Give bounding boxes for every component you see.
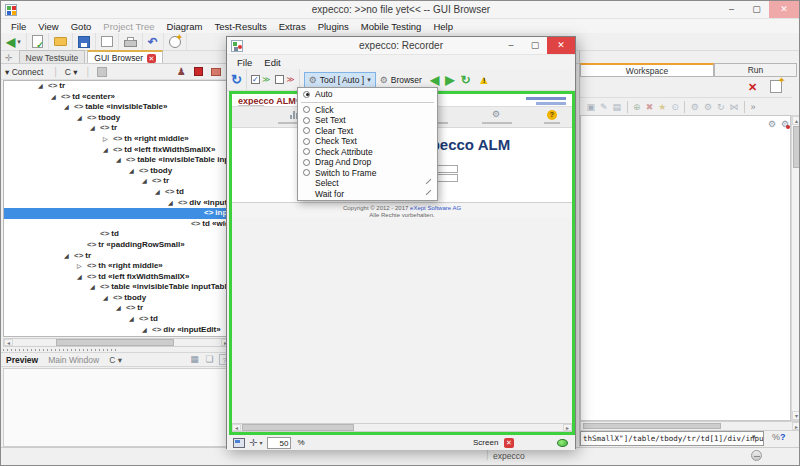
warning-icon[interactable]: ▲ ! (477, 74, 491, 86)
nav-back-icon[interactable]: ◀ (430, 73, 439, 87)
browser-button[interactable]: ⚙ Browser (376, 73, 426, 87)
tree-node-td[interactable]: ◢<>td «center» (4, 92, 230, 103)
refresh-dropdown[interactable]: C ▾ (65, 67, 78, 77)
content-gear-red-icon[interactable]: ⚙ (781, 119, 789, 129)
expander-open-icon[interactable]: ◢ (51, 92, 61, 103)
record-actions-checkbox[interactable]: ✓ (251, 75, 260, 84)
tree-hscrollbar[interactable]: ◂ ▸ (3, 338, 231, 347)
workspace-toolbar-icon-2[interactable]: ▤ (613, 102, 622, 112)
copy-windows-icon[interactable] (211, 68, 221, 76)
page-hscrollbar[interactable]: ◂ ▸ (232, 423, 572, 432)
inspect-user-icon[interactable]: ♟ (177, 66, 186, 77)
tool-menu-item-set-text[interactable]: Set Text (298, 115, 437, 126)
tab-new-testsuite[interactable]: New Testsuite (19, 50, 86, 63)
save-snapshot-icon[interactable] (97, 67, 107, 77)
zoom-dropdown-icon[interactable]: ▾ (259, 439, 262, 446)
record-screenshots-checkbox[interactable] (275, 75, 284, 84)
tool-menu-item-click[interactable]: Click (298, 105, 437, 116)
expander-open-icon[interactable]: ◢ (103, 145, 113, 156)
menu-file[interactable]: File (5, 21, 32, 32)
zoom-input[interactable]: 50 (267, 437, 291, 449)
new-testsuite-button[interactable]: ✓ (27, 33, 49, 51)
add-tab-icon[interactable]: ✛ (5, 53, 13, 63)
tree-node-td[interactable]: ◢<>td «left fixWidthSmallX» (4, 145, 230, 156)
expander-closed-icon[interactable]: ▷ (103, 134, 113, 145)
expander-open-icon[interactable]: ◢ (155, 187, 165, 198)
notebook-icon[interactable]: ✦ (770, 80, 782, 93)
workspace-toolbar-icon-9[interactable]: ⚙ (691, 102, 699, 112)
workspace-vscrollbar[interactable]: ▴ ▾ (791, 115, 800, 421)
tree-node-td[interactable]: ◢<>td «left fixWidthSmallX» (4, 272, 230, 283)
tree-node-div[interactable]: ◢<>div «inputEdit» (4, 198, 230, 209)
tree-node-td[interactable]: <>td «widthFixOfInputText» (4, 219, 230, 230)
menu-goto[interactable]: Goto (65, 21, 98, 32)
expander-open-icon[interactable]: ◢ (142, 176, 152, 187)
tool-menu-item-check-text[interactable]: Check Text (298, 136, 437, 147)
tab-close-icon[interactable]: ✕ (147, 54, 156, 63)
tree-node-table[interactable]: ◢<>table «invisibleTable» (4, 102, 230, 113)
menu-view[interactable]: View (32, 21, 64, 32)
recorder-close-button[interactable]: ✕ (547, 37, 575, 54)
screen-close-icon[interactable]: ✕ (504, 438, 514, 448)
workspace-toolbar-icon-4[interactable]: ⊕ (633, 102, 641, 112)
tab-run[interactable]: Run (714, 63, 797, 77)
recorder-maximize-button[interactable]: ▢ (523, 37, 547, 54)
expander-open-icon[interactable]: ◢ (64, 251, 74, 262)
workspace-toolbar-icon-1[interactable]: ✎ (600, 102, 608, 112)
print-button[interactable] (119, 33, 143, 51)
fit-window-icon[interactable] (233, 438, 245, 448)
nav-settings-icon[interactable]: ⚙ (492, 109, 500, 119)
tool-menu-item-wait-for[interactable]: Wait for (298, 189, 437, 200)
new-window-button[interactable] (96, 33, 119, 51)
tool-menu-item-select[interactable]: Select (298, 178, 437, 189)
expander-open-icon[interactable]: ◢ (90, 123, 100, 134)
workspace-hscrollbar[interactable]: ▸ (580, 421, 800, 431)
expander-open-icon[interactable]: ◢ (116, 155, 126, 166)
tree-node-tbody[interactable]: ◢<>tbody (4, 113, 230, 124)
minimize-button[interactable]: – (719, 1, 744, 18)
expander-open-icon[interactable]: ◢ (77, 113, 87, 124)
menu-edit[interactable]: Edit (258, 57, 286, 68)
tree-node-tr[interactable]: ◢<>tr (4, 303, 230, 314)
workspace-toolbar-icon-12[interactable]: ⋈ (730, 102, 739, 112)
tree-node-input[interactable]: <>input «loginName» (4, 208, 230, 219)
tree-node-div[interactable]: ◢<>div «inputEdit» (4, 325, 230, 336)
recorder-minimize-button[interactable]: – (499, 37, 523, 54)
menu-mobile-testing[interactable]: Mobile Testing (355, 21, 428, 32)
workspace-toolbar-icon-10[interactable]: ⚙ (704, 102, 712, 112)
maximize-button[interactable]: ▢ (744, 1, 769, 18)
workspace-toolbar-icon-7[interactable]: ⊙ (671, 102, 679, 112)
tree-node-th[interactable]: ▷<>th «right middle» (4, 134, 230, 145)
clear-workspace-icon[interactable]: ✕ (748, 81, 757, 94)
menu-file[interactable]: File (231, 57, 258, 68)
tool-menu-item-switch-to-frame[interactable]: Switch to Frame (298, 168, 437, 179)
tree-node-tr[interactable]: <>tr «paddingRowSmall» (4, 240, 230, 251)
workspace-toolbar-icon-0[interactable]: ▣ (587, 102, 596, 112)
expander-open-icon[interactable]: ◢ (77, 272, 87, 283)
menu-extras[interactable]: Extras (273, 21, 312, 32)
workspace-content[interactable]: ⚙ ⚙ (580, 115, 791, 421)
content-gear-icon[interactable]: ⚙ (768, 119, 776, 129)
tree-node-tr[interactable]: ◢<>tr (4, 123, 230, 134)
tree-node-table[interactable]: ◢<>table «invisibleTable inputTable» (4, 155, 230, 166)
workspace-toolbar-icon-6[interactable]: ★ (658, 102, 666, 112)
nav-help-icon[interactable]: ? (547, 110, 557, 120)
zoom-mode-icon[interactable]: ✛ (249, 437, 257, 448)
copyright-link[interactable]: eXept Software AG (410, 205, 461, 211)
workspace-toolbar-icon-11[interactable]: ↻ (717, 102, 725, 112)
expander-open-icon[interactable]: ◢ (116, 303, 126, 314)
tree-node-td[interactable]: <>td (4, 229, 230, 240)
nav-forward-icon[interactable]: ▶ (445, 73, 454, 87)
workspace-toolbar-icon-14[interactable]: » (751, 102, 756, 112)
stop-record-icon[interactable] (194, 67, 203, 76)
workspace-toolbar-icon-5[interactable]: ✖ (646, 102, 654, 112)
tool-menu-item-auto[interactable]: Auto (298, 89, 437, 100)
expander-open-icon[interactable]: ◢ (90, 282, 100, 293)
connect-dropdown[interactable]: ▾ Connect (5, 67, 43, 77)
xpath-input[interactable]: thSmallX"]/table/tbody/tr/td[1]/div/inpu… (580, 431, 764, 446)
reload-page-icon[interactable]: ↻ (460, 73, 470, 87)
menu-help[interactable]: Help (427, 21, 459, 32)
save-button[interactable] (73, 33, 96, 51)
tool-menu-item-clear-text[interactable]: Clear Text (298, 126, 437, 137)
xpath-dropdown-icon[interactable]: ▾ (752, 433, 756, 441)
